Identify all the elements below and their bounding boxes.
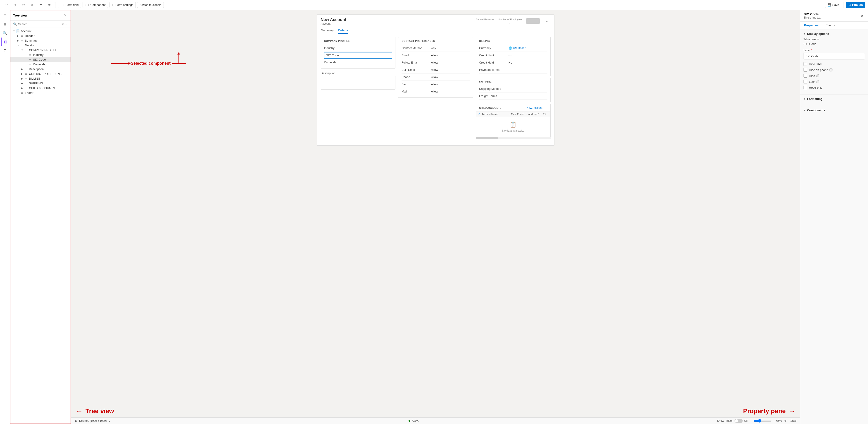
col-account-name[interactable]: Account Name bbox=[482, 113, 507, 116]
right-col: BILLING Currency 🌐 US Dollar Credit Limi… bbox=[476, 37, 551, 139]
display-options-section: ▼ Display options Table column SIC Code … bbox=[800, 29, 868, 95]
currency-icon: 🌐 bbox=[508, 46, 512, 50]
checkbox-hide[interactable]: Hide i bbox=[804, 74, 865, 77]
component-button[interactable]: + + Component bbox=[83, 2, 108, 8]
toggle-header[interactable]: ▶ bbox=[16, 35, 20, 37]
publish-button[interactable]: ⊞ Publish bbox=[846, 2, 865, 8]
tree-item-child-accounts[interactable]: ▶ ▭ CHILD ACCOUNTS bbox=[10, 86, 70, 91]
toggle-child[interactable]: ▶ bbox=[20, 87, 24, 89]
tree-item-account[interactable]: ▼ 📄 Account bbox=[10, 29, 70, 33]
undo-button[interactable]: ↩ bbox=[3, 1, 10, 9]
description-textarea[interactable] bbox=[321, 76, 396, 90]
toggle-shipping[interactable]: ▶ bbox=[20, 82, 24, 85]
tree-item-company-profile[interactable]: ▼ ▭ COMPANY PROFILE bbox=[10, 48, 70, 53]
header-field-revenue: Annual Revenue ... bbox=[476, 18, 494, 24]
tree-search-input[interactable] bbox=[18, 22, 60, 26]
toggle-billing[interactable]: ▶ bbox=[20, 77, 24, 80]
tree-item-industry[interactable]: ▶ ≡ Industry bbox=[10, 53, 70, 57]
scrollbar-thumb[interactable] bbox=[476, 137, 498, 139]
col-address[interactable]: Address 1... bbox=[528, 113, 541, 116]
zoom-plus-icon[interactable]: + bbox=[773, 419, 775, 423]
filter-down-icon[interactable]: ⌄ bbox=[65, 22, 68, 26]
tree-item-summary[interactable]: ▶ ▭ Summary bbox=[10, 38, 70, 43]
toggle-company[interactable]: ▼ bbox=[20, 49, 24, 51]
history-button[interactable]: ⏷ bbox=[37, 1, 44, 9]
filter-icon[interactable]: ▽ bbox=[62, 22, 64, 26]
col-pri[interactable]: Pri... bbox=[543, 113, 548, 116]
redo-button[interactable]: ↪ bbox=[11, 1, 19, 9]
employees-value: ... bbox=[498, 21, 523, 24]
form-settings-button[interactable]: ⊞ Form settings bbox=[110, 2, 136, 8]
tree-item-header[interactable]: ▶ ▭ Header bbox=[10, 33, 70, 38]
checkbox-lock[interactable]: Lock i bbox=[804, 80, 865, 84]
toggle-track[interactable] bbox=[735, 419, 743, 423]
display-options-header[interactable]: ▼ Display options bbox=[804, 32, 865, 35]
lock-checkbox[interactable] bbox=[804, 80, 807, 84]
sidebar-icon-apps[interactable]: ⊞ bbox=[1, 20, 9, 29]
tree-item-ownership[interactable]: ▶ ≡ Ownership bbox=[10, 62, 70, 67]
hide-label-checkbox[interactable] bbox=[804, 62, 807, 66]
canvas-save-button[interactable]: Save bbox=[790, 419, 797, 422]
tree-item-footer[interactable]: ▶ ▭ Footer bbox=[10, 91, 70, 95]
zoom-minus-icon[interactable]: − bbox=[750, 419, 752, 423]
sidebar-icon-search[interactable]: 🔍 bbox=[1, 29, 9, 37]
horizontal-scrollbar[interactable] bbox=[476, 137, 551, 139]
toggle-account[interactable]: ▼ bbox=[12, 30, 16, 32]
read-only-checkbox[interactable] bbox=[804, 86, 807, 89]
prop-tab-properties[interactable]: Properties bbox=[800, 22, 822, 29]
sidebar-icon-settings[interactable]: ⚙ bbox=[1, 46, 9, 54]
toggle-thumb bbox=[735, 419, 738, 422]
form-header-chevron[interactable]: ⌄ bbox=[544, 18, 551, 25]
checkbox-hide-on-phone[interactable]: Hide on phone i bbox=[804, 68, 865, 72]
toggle-details[interactable]: ▼ bbox=[16, 44, 20, 46]
child-menu-icon[interactable]: ⋮ bbox=[544, 106, 547, 109]
tab-details[interactable]: Details bbox=[338, 27, 348, 34]
tree-item-contact-prefs[interactable]: ▶ ▭ CONTACT PREFEREN... bbox=[10, 71, 70, 76]
tree-close-button[interactable]: ✕ bbox=[62, 13, 68, 18]
sic-code-selected-row[interactable]: SIC Code ... bbox=[324, 52, 392, 58]
prop-tab-events[interactable]: Events bbox=[822, 22, 838, 29]
lock-info-icon[interactable]: i bbox=[816, 80, 819, 83]
tab-summary[interactable]: Summary bbox=[321, 27, 334, 34]
toggle-description[interactable]: ▶ bbox=[20, 68, 24, 70]
show-hidden-toggle: Show Hidden Off bbox=[717, 419, 748, 423]
save-button[interactable]: 💾 Save bbox=[825, 2, 841, 8]
formatting-header[interactable]: ▼ Formatting bbox=[804, 97, 865, 101]
copy-button[interactable]: ⧉ bbox=[29, 1, 36, 9]
col-main-phone[interactable]: Main Phone bbox=[511, 113, 524, 116]
hide-on-phone-checkbox[interactable] bbox=[804, 68, 807, 72]
toggle-summary[interactable]: ▶ bbox=[16, 39, 20, 42]
components-header[interactable]: ▼ Components bbox=[804, 108, 865, 112]
cut-button[interactable]: ✂ bbox=[20, 1, 27, 9]
hide-info-icon[interactable]: i bbox=[816, 74, 819, 77]
checkbox-hide-label[interactable]: Hide label bbox=[804, 62, 865, 66]
zoom-slider-input[interactable] bbox=[753, 419, 772, 423]
tree-panel: Tree view ✕ 🔍 ▽ ⌄ ▼ 📄 Account ▶ ▭ Header bbox=[10, 10, 71, 424]
device-chevron[interactable]: ⌄ bbox=[108, 419, 111, 422]
sidebar-icon-layers[interactable]: ◧ bbox=[1, 37, 9, 46]
sidebar-icon-menu[interactable]: ☰ bbox=[1, 12, 9, 20]
status-bar: 🖥 Desktop (1920 x 1080) ⌄ Active Show Hi… bbox=[71, 418, 800, 424]
prop-close-button[interactable]: ✕ bbox=[859, 13, 865, 19]
tree-item-sic-code[interactable]: ▶ ≡ SIC Code bbox=[10, 57, 70, 62]
delete-button[interactable]: 🗑 bbox=[46, 1, 53, 9]
hide-checkbox[interactable] bbox=[804, 74, 807, 77]
form-field-button[interactable]: + + Form field bbox=[58, 2, 81, 8]
contact-prefs-label: CONTACT PREFERENCES bbox=[402, 40, 470, 42]
new-account-button[interactable]: + New Account bbox=[524, 106, 542, 109]
email-label: Email bbox=[402, 54, 431, 57]
billing-icon: ▭ bbox=[24, 77, 28, 80]
tree-item-description[interactable]: ▶ ▭ Description bbox=[10, 67, 70, 71]
checkbox-read-only[interactable]: Read-only bbox=[804, 86, 865, 89]
switch-classic-button[interactable]: Switch to classic bbox=[137, 2, 163, 8]
child-icon: ▭ bbox=[24, 87, 28, 90]
field-credit-limit: Credit Limit --- bbox=[479, 52, 547, 59]
hide-on-phone-info-icon[interactable]: i bbox=[829, 68, 833, 71]
hide-label-text: Hide label bbox=[809, 62, 822, 66]
tree-item-details[interactable]: ▼ ▭ Details bbox=[10, 43, 70, 48]
fit-screen-button[interactable]: ⊕ bbox=[783, 419, 788, 423]
tree-item-billing[interactable]: ▶ ▭ BILLING bbox=[10, 76, 70, 81]
toggle-contact[interactable]: ▶ bbox=[20, 73, 24, 75]
tree-item-shipping[interactable]: ▶ ▭ SHIPPING bbox=[10, 81, 70, 86]
label-input[interactable] bbox=[804, 53, 865, 60]
